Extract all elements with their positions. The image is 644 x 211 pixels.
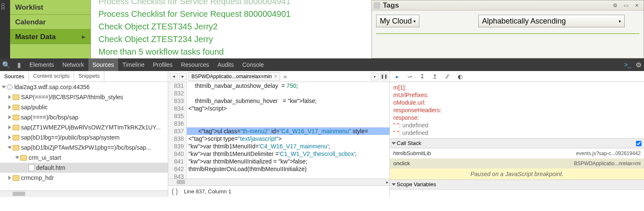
left-navigation: Worklist Calendar Master Data▶ [10,0,91,58]
more-tabs-icon[interactable]: » [282,73,289,80]
step-into-icon[interactable]: ↧ [419,73,426,80]
search-icon[interactable]: 🔍 [0,61,13,69]
nav-calendar[interactable]: Calendar [10,15,90,29]
pause-on-exceptions-icon[interactable]: ◐ [456,73,464,80]
resume-icon[interactable]: ▸ [393,73,401,80]
debugger-pane: ▸ ⤻ ↧ ↥ ⁄⁄ ◐ m[1]: mUrlPrefixes: oModule… [390,71,644,197]
callstack-header[interactable]: Call Stack [390,138,644,148]
gear-icon[interactable]: ⚙ [633,61,644,69]
section-label: Call Stack [397,138,421,148]
tags-sort-dropdown[interactable]: Alphabetically Ascending▾ [478,15,625,27]
close-icon[interactable]: ✕ [632,2,642,9]
chevron-down-icon [392,183,396,186]
devtools-toolbar: 🔍 ▮ Elements Network Sources Timeline Pr… [0,58,644,71]
tab-elements[interactable]: Elements [25,58,58,71]
tab-network[interactable]: Network [58,58,88,71]
nav-label: Worklist [15,0,43,15]
play-icon[interactable]: ▸ [371,73,379,80]
nav-master-data[interactable]: Master Data▶ [10,29,90,44]
callstack-list: htmlbSubmitLibevents.js?sap-c...09261944… [390,148,644,169]
scope-variables-header[interactable]: Scope Variables [390,179,644,190]
step-over-icon[interactable]: ⤻ [406,73,413,80]
tree-folder[interactable]: SAP(====)/BC/BSP/SAP/thtmlb_styles [0,92,168,102]
history-back-icon[interactable]: ◄ [170,73,178,80]
tab-timeline[interactable]: Timeline [118,58,148,71]
tab-audits[interactable]: Audits [213,58,238,71]
debugger-toolbar: ▸ ⤻ ↧ ↥ ⁄⁄ ◐ [390,71,644,82]
sources-navigator: Sources Content scripts Snippets ldai2ag… [0,71,168,197]
section-label: Scope Variables [397,179,436,190]
tree-folder[interactable]: crm_ui_start [0,153,168,163]
code-editor[interactable]: 831832833834835836837838839840841842843 … [168,82,390,179]
nav-worklist[interactable]: Worklist [10,0,90,15]
subtab-content-scripts[interactable]: Content scripts [29,71,74,82]
horizontal-scrollbar[interactable] [0,190,168,197]
tags-filter-dropdown[interactable]: My Cloud▾ [376,15,419,27]
tags-panel: Tags ⚙ ▭ ✕ My Cloud▾ Alphabetically Asce… [371,0,644,58]
close-tab-icon[interactable]: × [274,74,277,79]
caret-down-icon: ▾ [413,19,416,24]
tree-host[interactable]: ldai2ag3.wdf.sap.corp:44356 [0,82,168,92]
devtools-panel: 🔍 ▮ Elements Network Sources Timeline Pr… [0,58,644,211]
chevron-down-icon [392,142,396,145]
editor-status-bar: { } Line 837, Column 1 [168,185,390,197]
editor-tabbar: ◄ ► BSPWDApplicatio...omainrelax=min× » … [168,71,390,82]
tree-folder[interactable]: sap(bD1lbiZjPTAwMSZkPW1pbg==)/bc/bsp/sap… [0,142,168,153]
tree-file[interactable]: default.htm [0,163,168,173]
chevron-right-icon: ▶ [82,29,85,44]
tree-folder[interactable]: sap(ZT1WMEZPUjBwRlVsOWZYMTImTkRKZk1UY... [0,122,168,132]
code-editor-pane: ◄ ► BSPWDApplicatio...omainrelax=min× » … [168,71,390,197]
paused-message: Paused on a JavaScript breakpoint. [390,169,644,179]
nav-label: Master Data [15,29,56,44]
callstack-frame[interactable]: onclickBSPWDApplicatio...nrelax=mi [390,158,644,169]
tree-folder[interactable]: sap/public [0,102,168,112]
tab-console[interactable]: Console [238,58,268,71]
async-checkbox[interactable] [636,141,641,146]
history-fwd-icon[interactable]: ► [179,73,187,80]
divider [376,33,639,34]
code-lines: thtmlb_navbar_autoshow_delay = 750; thtm… [187,82,390,179]
minimize-icon[interactable]: ▭ [621,2,631,9]
nav-label: Calendar [15,15,46,29]
tags-panel-header: Tags ⚙ ▭ ✕ [372,0,644,11]
cursor-position: Line 837, Column 1 [184,188,231,195]
subtab-snippets[interactable]: Snippets [74,71,104,82]
file-tree[interactable]: ldai2ag3.wdf.sap.corp:44356SAP(====)/BC/… [0,82,168,190]
settings-icon[interactable]: ⚙ [610,2,620,9]
line-gutter: 831832833834835836837838839840841842843 [168,82,187,179]
watch-values: m[1]: mUrlPrefixes: oModule.url: respons… [390,82,644,138]
pause-icon[interactable]: ❚❚ [380,73,388,80]
subtab-sources[interactable]: Sources [0,71,29,82]
tab-profiles[interactable]: Profiles [148,58,177,71]
callstack-frame[interactable]: htmlbSubmitLibevents.js?sap-c...09261944… [390,148,644,158]
tree-folder[interactable]: sap(bD1lbg==)/public/bsp/sap/system [0,132,168,142]
sources-subtabs: Sources Content scripts Snippets [0,71,168,82]
tree-folder[interactable]: sap(====)/bc/bsp/sap [0,112,168,122]
dropdown-label: Alphabetically Ascending [482,17,566,26]
tree-folder[interactable]: crmcmp_hdr [0,173,168,183]
tab-resources[interactable]: Resources [177,58,213,71]
tags-title: Tags [383,1,609,10]
caret-down-icon: ▾ [619,19,621,24]
drawer-toggle-icon[interactable]: >_ [622,61,633,68]
ruler [0,0,10,58]
open-file-tab[interactable]: BSPWDApplicatio...omainrelax=min× [188,72,280,81]
dropdown-label: My Cloud [380,17,412,26]
tab-sources[interactable]: Sources [88,58,118,71]
braces-icon[interactable]: { } [172,188,178,195]
file-tab-label: BSPWDApplicatio...omainrelax=min [191,74,272,79]
horizontal-scrollbar[interactable]: ▸ [168,179,390,185]
tag-icon [374,2,380,9]
deactivate-breakpoints-icon[interactable]: ⁄⁄ [444,73,451,80]
device-icon[interactable]: ▮ [13,61,25,69]
step-out-icon[interactable]: ↥ [431,73,439,80]
